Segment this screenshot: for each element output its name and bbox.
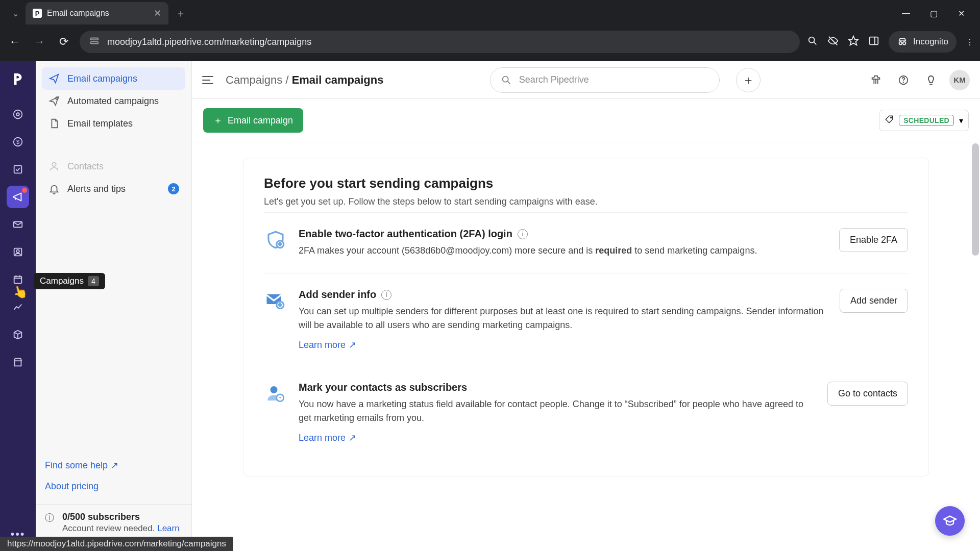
sidebar-item-label: Email campaigns xyxy=(67,73,137,84)
forward-button[interactable]: → xyxy=(31,33,48,51)
incognito-label: Incognito xyxy=(913,37,948,47)
tab-title: Email campaigns xyxy=(47,9,109,18)
svg-line-3 xyxy=(814,42,817,45)
back-button[interactable]: ← xyxy=(6,33,23,51)
shield-icon: + xyxy=(264,228,287,252)
svg-text:+: + xyxy=(279,394,282,400)
rail-tooltip: Campaigns 4 xyxy=(34,273,105,289)
help-link-label: Find some help xyxy=(45,460,108,471)
site-info-icon[interactable] xyxy=(89,35,100,49)
info-icon[interactable]: i xyxy=(381,290,391,300)
minimize-icon[interactable]: — xyxy=(898,9,914,18)
sidebar-toggle-icon[interactable] xyxy=(202,73,216,87)
tooltip-badge: 4 xyxy=(88,276,99,286)
reload-button[interactable]: ⟳ xyxy=(55,33,72,51)
search-input[interactable]: Search Pipedrive xyxy=(490,67,720,93)
svg-rect-23 xyxy=(15,361,21,366)
subs-title: 0/500 subscribers xyxy=(62,512,182,522)
close-window-icon[interactable]: ✕ xyxy=(953,9,969,18)
topbar: Campaigns / Email campaigns Search Piped… xyxy=(192,61,980,99)
sidebar-item-label: Alerts and tips xyxy=(67,184,126,194)
pricing-link-label: About pricing xyxy=(45,481,99,492)
svg-point-2 xyxy=(809,37,815,43)
rail-contacts-icon[interactable] xyxy=(7,241,29,263)
rail-leads-icon[interactable] xyxy=(7,103,29,126)
plus-icon: ＋ xyxy=(213,114,223,127)
rail-deals-icon[interactable]: $ xyxy=(7,131,29,153)
crumb-leaf: Email campaigns xyxy=(292,73,384,86)
incognito-badge[interactable]: Incognito xyxy=(889,31,957,53)
step-sender: + Add sender info i You can set up multi… xyxy=(264,273,908,366)
learn-more-link[interactable]: Learn more ↗ xyxy=(299,432,356,443)
crumb-root[interactable]: Campaigns xyxy=(226,73,282,86)
maximize-icon[interactable]: ▢ xyxy=(926,9,941,18)
add-sender-button[interactable]: Add sender xyxy=(840,289,908,313)
svg-point-8 xyxy=(899,42,902,45)
breadcrumb: Campaigns / Email campaigns xyxy=(226,73,383,87)
rail-products-icon[interactable] xyxy=(7,323,29,346)
info-icon[interactable]: i xyxy=(518,229,528,239)
step-body-2: to send marketing campaigns. xyxy=(632,245,757,256)
svg-rect-1 xyxy=(91,41,99,43)
rail-mail-icon[interactable] xyxy=(7,213,29,236)
help-icon[interactable] xyxy=(894,71,913,89)
learn-label: Learn more xyxy=(299,340,346,350)
svg-text:$: $ xyxy=(16,139,19,145)
sidebar-item-email-templates[interactable]: Email templates xyxy=(42,112,185,135)
help-link[interactable]: Find some help ↗ xyxy=(45,455,182,476)
external-link-icon: ↗ xyxy=(111,460,118,471)
filter-label: SCHEDULED xyxy=(899,115,954,126)
tab-search-dropdown[interactable]: ⌄ xyxy=(5,3,26,23)
user-avatar[interactable]: KM xyxy=(949,70,970,90)
zoom-icon[interactable] xyxy=(807,35,818,48)
filter-scheduled-dropdown[interactable]: SCHEDULED ▾ xyxy=(879,110,969,131)
avatar-initials: KM xyxy=(953,76,965,84)
sidebar-item-label: Email templates xyxy=(67,118,133,129)
quick-add-button[interactable]: ＋ xyxy=(736,68,761,92)
learn-more-link[interactable]: Learn more ↗ xyxy=(299,339,356,350)
scrollbar-thumb[interactable] xyxy=(972,143,979,256)
address-bar[interactable]: moodjoy1altd.pipedrive.com/marketing/cam… xyxy=(80,31,800,53)
app-logo[interactable] xyxy=(7,68,29,90)
eye-off-icon[interactable] xyxy=(827,35,839,48)
onboarding-card: Before you start sending campaigns Let's… xyxy=(243,158,929,477)
enable-2fa-button[interactable]: Enable 2FA xyxy=(839,228,908,252)
step-body-bold: required xyxy=(595,245,632,256)
step-2fa: + Enable two-factor authentication (2FA)… xyxy=(264,212,908,273)
whats-new-icon[interactable] xyxy=(922,71,940,89)
svg-rect-6 xyxy=(870,37,878,45)
go-to-contacts-button[interactable]: Go to contacts xyxy=(827,382,908,406)
svg-point-30 xyxy=(891,117,892,118)
content-scroll[interactable]: Before you start sending campaigns Let's… xyxy=(192,142,980,551)
browser-tab[interactable]: P Email campaigns ✕ xyxy=(26,2,168,24)
sidebar-item-alerts-tips[interactable]: Alerts and tips 2 xyxy=(42,178,185,200)
bookmark-star-icon[interactable] xyxy=(848,35,859,48)
svg-rect-14 xyxy=(14,166,22,173)
tag-icon xyxy=(885,115,894,126)
template-icon xyxy=(48,117,60,130)
new-email-campaign-button[interactable]: ＋ Email campaign xyxy=(203,108,303,133)
sidebar-item-contacts[interactable]: Contacts xyxy=(42,155,185,178)
learn-label: Learn more xyxy=(299,433,346,443)
new-tab-button[interactable]: ＋ xyxy=(172,4,190,22)
crumb-sep: / xyxy=(282,73,291,86)
favicon: P xyxy=(33,9,42,18)
button-label: Email campaign xyxy=(228,115,293,126)
scrollbar-track[interactable] xyxy=(971,142,980,551)
sidebar-item-email-campaigns[interactable]: Email campaigns xyxy=(42,67,185,90)
sidebar-item-label: Automated campaigns xyxy=(67,96,159,107)
sidepanel-icon[interactable] xyxy=(868,35,879,48)
rail-campaigns-icon[interactable] xyxy=(7,186,29,208)
academy-fab[interactable] xyxy=(935,506,965,536)
search-icon xyxy=(501,74,512,86)
sidebar-item-automated-campaigns[interactable]: Automated campaigns xyxy=(42,90,185,112)
step-title: Add sender info xyxy=(299,289,376,300)
tooltip-label: Campaigns xyxy=(40,276,84,286)
rail-marketplace-icon[interactable] xyxy=(7,351,29,373)
envelope-plus-icon: + xyxy=(264,289,287,312)
rail-projects-icon[interactable] xyxy=(7,158,29,181)
browser-menu-icon[interactable]: ⋮ xyxy=(966,37,974,47)
close-tab-icon[interactable]: ✕ xyxy=(154,8,161,19)
pricing-link[interactable]: About pricing xyxy=(45,476,182,497)
marketplace-icon[interactable] xyxy=(867,71,885,89)
